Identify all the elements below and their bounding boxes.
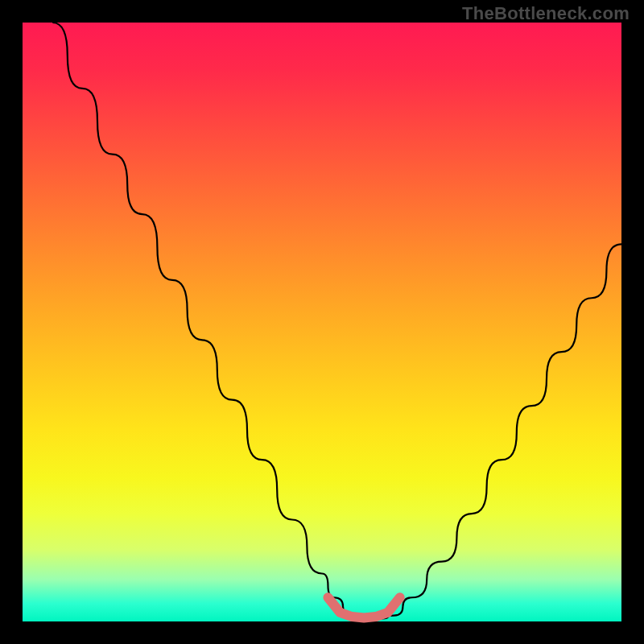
watermark-text: TheBottleneck.com bbox=[462, 3, 630, 24]
chart-frame: TheBottleneck.com bbox=[0, 0, 644, 644]
bottleneck-curve bbox=[52, 23, 621, 618]
optimal-zone-marker bbox=[328, 597, 399, 617]
curve-layer bbox=[23, 23, 621, 621]
plot-area bbox=[23, 23, 621, 621]
